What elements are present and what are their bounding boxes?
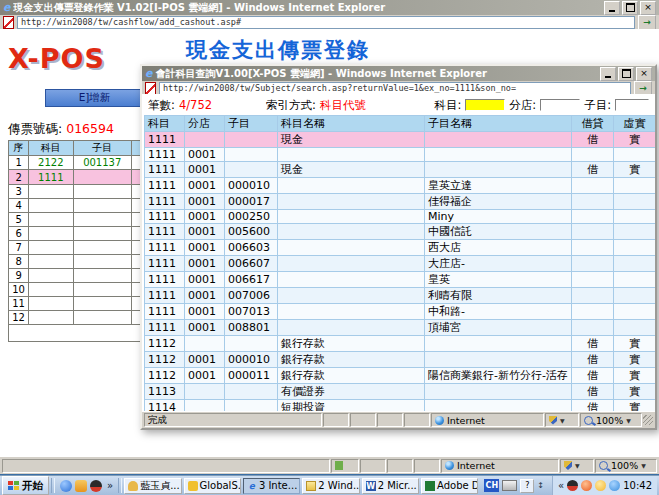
subject-row[interactable]: 11110001現金借實 [145, 162, 656, 178]
popup-zoom-cell[interactable]: 100% ▼ [580, 413, 642, 427]
media-icon[interactable] [75, 480, 87, 492]
popup-address-input[interactable]: http://win2008/tw/Subject/search.asp?ret… [159, 82, 631, 95]
subject-cell [425, 148, 572, 162]
subject-row[interactable]: 11110001007006利晴有限 [145, 288, 656, 304]
task-label: 3 Inte... [259, 480, 297, 491]
maximize-icon[interactable] [622, 1, 638, 15]
subject-cell: 借 [572, 352, 614, 368]
main-address-input[interactable]: http://win2008/tw/cashflow/add_cashout.a… [17, 16, 635, 29]
subject-cell [614, 272, 656, 288]
subject-cell [614, 320, 656, 336]
messenger-icon[interactable] [60, 480, 72, 492]
subject-cell: 1113 [145, 384, 185, 400]
voucher-cell [73, 170, 131, 185]
magnifier-icon [584, 416, 593, 425]
subject-cell: 000010 [225, 178, 278, 194]
task-label: 2 Micr... [378, 480, 417, 491]
subject-row[interactable]: 1113有價證券借實 [145, 384, 656, 400]
subject-cell: 銀行存款 [278, 336, 425, 352]
subject-row[interactable]: 11110001006607大庄店- [145, 256, 656, 272]
language-bar-options-icon[interactable]: ↕ [537, 481, 544, 490]
voucher-cell: 4 [9, 199, 29, 213]
subject-row[interactable]: 11110001005600中國信託 [145, 224, 656, 240]
resize-grip[interactable] [643, 415, 653, 425]
ime-language-indicator[interactable]: CH [484, 479, 499, 492]
child-filter-input[interactable] [615, 99, 649, 111]
main-caption-buttons: × [604, 1, 656, 15]
task-button[interactable]: GlobalS... [184, 478, 241, 494]
subject-cell [278, 224, 425, 240]
minimize-icon[interactable] [604, 1, 620, 15]
close-icon[interactable]: × [636, 67, 652, 81]
subject-cell: 1111 [145, 288, 185, 304]
subject-filter-label: 科目: [434, 98, 461, 113]
taskbar-divider [51, 478, 55, 493]
popup-protect-cell[interactable]: ▼ [545, 413, 579, 427]
internet-globe-icon [445, 461, 454, 470]
subject-row[interactable]: 11110001 [145, 148, 656, 162]
quick-launch-overflow[interactable]: » [107, 480, 113, 491]
add-new-button[interactable]: E]增新 [45, 89, 144, 107]
maximize-icon[interactable] [618, 67, 634, 81]
subject-row[interactable]: 11110001008801頂埔宮 [145, 320, 656, 336]
close-icon[interactable]: × [640, 1, 656, 15]
subject-cell [278, 210, 425, 224]
task-button[interactable]: 3 Inte...▼ [243, 478, 300, 494]
subject-row[interactable]: 11110001006617皇英 [145, 272, 656, 288]
subject-row[interactable]: 11120001000010銀行存款借實 [145, 352, 656, 368]
subject-filter-input[interactable] [465, 99, 505, 111]
voucher-cell [73, 311, 131, 325]
subject-row[interactable]: 1111現金借實 [145, 132, 656, 148]
alert-icon[interactable] [581, 480, 592, 491]
main-status-cell [331, 459, 359, 473]
popup-status-message: 完成 [144, 413, 322, 427]
task-button[interactable]: 2 Wind...▼ [302, 478, 359, 494]
popup-titlebar[interactable]: e 會計科目查詢V1.00[X-POS 雲端網] - Windows Inter… [142, 66, 655, 81]
voucher-cell: 6 [9, 227, 29, 241]
help-icon[interactable]: ? [520, 479, 534, 493]
ie-favicon-icon: e [3, 2, 10, 13]
tray-collapse-chevron[interactable]: « [558, 480, 564, 491]
subject-cell: 0001 [185, 162, 225, 178]
subject-row[interactable]: 11110001000250Miny [145, 210, 656, 224]
minimize-icon[interactable] [600, 67, 616, 81]
sun-icon[interactable] [595, 480, 606, 491]
qq-icon[interactable] [90, 480, 102, 492]
subject-row[interactable]: 11110001000010皇英立達 [145, 178, 656, 194]
subject-row[interactable]: 11110001006603西大店 [145, 240, 656, 256]
task-button[interactable]: Adobe D... [421, 478, 478, 494]
task-label: 2 Wind... [318, 480, 359, 491]
subject-cell: 1111 [145, 320, 185, 336]
subject-cell [614, 304, 656, 320]
main-protect-cell[interactable]: ▼ [560, 459, 594, 473]
keyboard-icon[interactable] [502, 480, 517, 491]
index-mode-label: 索引方式: [266, 98, 316, 113]
ie-icon [247, 481, 257, 491]
subject-cell [614, 240, 656, 256]
voucher-cell: 1 [9, 156, 29, 170]
main-zoom-cell[interactable]: 100% ▼ [595, 459, 657, 473]
count-label: 筆數: [148, 98, 175, 113]
subject-row[interactable]: 11110001000017佳得福企 [145, 194, 656, 210]
branch-filter-input[interactable] [540, 99, 580, 111]
task-button[interactable]: 藍玉貞... [124, 478, 181, 494]
subject-row[interactable]: 11120001000011銀行存款陽信商業銀行-新竹分行-活存借實 [145, 368, 656, 384]
popup-zone-label: Internet [447, 415, 485, 426]
subject-cell: 現金 [278, 132, 425, 148]
voucher-label: 傳票號碼: [8, 121, 62, 136]
subject-row[interactable]: 1112銀行存款借實 [145, 336, 656, 352]
qq-icon[interactable] [567, 480, 578, 491]
subject-cell: 實 [614, 132, 656, 148]
subject-cell: 借 [572, 162, 614, 178]
msn-icon[interactable] [609, 480, 620, 491]
go-button[interactable]: → [638, 15, 656, 30]
start-button[interactable]: 开始 [2, 476, 49, 495]
voucher-cell: 2 [9, 170, 29, 185]
page-title: 現金支出傳票登錄 [186, 36, 370, 64]
voucher-cell [73, 227, 131, 241]
subject-cell: 0001 [185, 288, 225, 304]
task-button[interactable]: 2 Micr...▼ [362, 478, 419, 494]
subject-cell [185, 384, 225, 400]
subject-row[interactable]: 11110001007013中和路- [145, 304, 656, 320]
voucher-cell: 9 [9, 269, 29, 283]
